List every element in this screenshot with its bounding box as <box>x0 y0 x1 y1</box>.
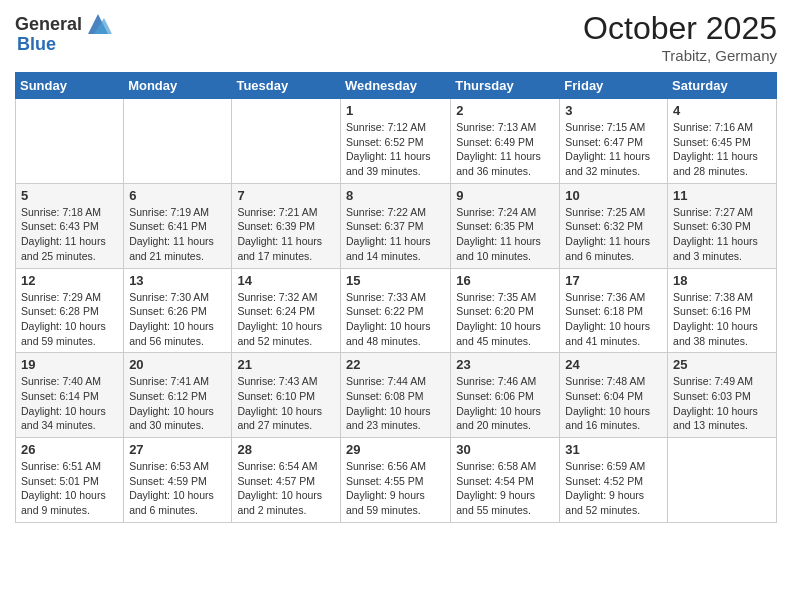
calendar-cell: 19Sunrise: 7:40 AMSunset: 6:14 PMDayligh… <box>16 353 124 438</box>
calendar-cell <box>16 99 124 184</box>
calendar-cell: 9Sunrise: 7:24 AMSunset: 6:35 PMDaylight… <box>451 183 560 268</box>
weekday-header-thursday: Thursday <box>451 73 560 99</box>
day-number: 10 <box>565 188 662 203</box>
calendar-cell: 22Sunrise: 7:44 AMSunset: 6:08 PMDayligh… <box>340 353 450 438</box>
day-info: Sunrise: 7:43 AMSunset: 6:10 PMDaylight:… <box>237 374 335 433</box>
calendar-week-row: 5Sunrise: 7:18 AMSunset: 6:43 PMDaylight… <box>16 183 777 268</box>
calendar-table: SundayMondayTuesdayWednesdayThursdayFrid… <box>15 72 777 523</box>
day-number: 23 <box>456 357 554 372</box>
day-info: Sunrise: 7:15 AMSunset: 6:47 PMDaylight:… <box>565 120 662 179</box>
calendar-cell: 25Sunrise: 7:49 AMSunset: 6:03 PMDayligh… <box>668 353 777 438</box>
day-info: Sunrise: 7:16 AMSunset: 6:45 PMDaylight:… <box>673 120 771 179</box>
calendar-cell: 23Sunrise: 7:46 AMSunset: 6:06 PMDayligh… <box>451 353 560 438</box>
day-info: Sunrise: 7:48 AMSunset: 6:04 PMDaylight:… <box>565 374 662 433</box>
calendar-cell: 28Sunrise: 6:54 AMSunset: 4:57 PMDayligh… <box>232 438 341 523</box>
weekday-header-saturday: Saturday <box>668 73 777 99</box>
day-info: Sunrise: 7:36 AMSunset: 6:18 PMDaylight:… <box>565 290 662 349</box>
day-number: 25 <box>673 357 771 372</box>
day-info: Sunrise: 7:41 AMSunset: 6:12 PMDaylight:… <box>129 374 226 433</box>
day-number: 2 <box>456 103 554 118</box>
calendar-cell: 5Sunrise: 7:18 AMSunset: 6:43 PMDaylight… <box>16 183 124 268</box>
calendar-cell <box>668 438 777 523</box>
day-info: Sunrise: 6:53 AMSunset: 4:59 PMDaylight:… <box>129 459 226 518</box>
calendar-cell: 20Sunrise: 7:41 AMSunset: 6:12 PMDayligh… <box>124 353 232 438</box>
day-number: 14 <box>237 273 335 288</box>
day-number: 3 <box>565 103 662 118</box>
day-number: 19 <box>21 357 118 372</box>
day-info: Sunrise: 7:44 AMSunset: 6:08 PMDaylight:… <box>346 374 445 433</box>
calendar-cell: 21Sunrise: 7:43 AMSunset: 6:10 PMDayligh… <box>232 353 341 438</box>
day-number: 13 <box>129 273 226 288</box>
day-info: Sunrise: 7:19 AMSunset: 6:41 PMDaylight:… <box>129 205 226 264</box>
logo-general: General <box>15 14 82 35</box>
day-info: Sunrise: 6:58 AMSunset: 4:54 PMDaylight:… <box>456 459 554 518</box>
day-number: 6 <box>129 188 226 203</box>
calendar-cell: 2Sunrise: 7:13 AMSunset: 6:49 PMDaylight… <box>451 99 560 184</box>
calendar-cell <box>232 99 341 184</box>
calendar-cell: 27Sunrise: 6:53 AMSunset: 4:59 PMDayligh… <box>124 438 232 523</box>
day-number: 9 <box>456 188 554 203</box>
day-number: 18 <box>673 273 771 288</box>
day-number: 17 <box>565 273 662 288</box>
day-number: 24 <box>565 357 662 372</box>
day-number: 4 <box>673 103 771 118</box>
day-info: Sunrise: 7:49 AMSunset: 6:03 PMDaylight:… <box>673 374 771 433</box>
day-number: 5 <box>21 188 118 203</box>
day-info: Sunrise: 6:54 AMSunset: 4:57 PMDaylight:… <box>237 459 335 518</box>
calendar-week-row: 12Sunrise: 7:29 AMSunset: 6:28 PMDayligh… <box>16 268 777 353</box>
day-number: 12 <box>21 273 118 288</box>
title-block: October 2025 Trabitz, Germany <box>583 10 777 64</box>
calendar-cell: 12Sunrise: 7:29 AMSunset: 6:28 PMDayligh… <box>16 268 124 353</box>
day-number: 22 <box>346 357 445 372</box>
logo-blue: Blue <box>17 34 56 55</box>
day-number: 16 <box>456 273 554 288</box>
calendar-cell: 1Sunrise: 7:12 AMSunset: 6:52 PMDaylight… <box>340 99 450 184</box>
calendar-cell: 14Sunrise: 7:32 AMSunset: 6:24 PMDayligh… <box>232 268 341 353</box>
calendar-cell <box>124 99 232 184</box>
day-info: Sunrise: 7:24 AMSunset: 6:35 PMDaylight:… <box>456 205 554 264</box>
day-info: Sunrise: 6:59 AMSunset: 4:52 PMDaylight:… <box>565 459 662 518</box>
month-title: October 2025 <box>583 10 777 47</box>
day-info: Sunrise: 7:30 AMSunset: 6:26 PMDaylight:… <box>129 290 226 349</box>
day-number: 28 <box>237 442 335 457</box>
weekday-header-monday: Monday <box>124 73 232 99</box>
day-info: Sunrise: 7:29 AMSunset: 6:28 PMDaylight:… <box>21 290 118 349</box>
day-info: Sunrise: 7:22 AMSunset: 6:37 PMDaylight:… <box>346 205 445 264</box>
location-title: Trabitz, Germany <box>583 47 777 64</box>
page-header: General Blue October 2025 Trabitz, Germa… <box>15 10 777 64</box>
weekday-header-tuesday: Tuesday <box>232 73 341 99</box>
day-number: 31 <box>565 442 662 457</box>
calendar-cell: 4Sunrise: 7:16 AMSunset: 6:45 PMDaylight… <box>668 99 777 184</box>
day-info: Sunrise: 7:25 AMSunset: 6:32 PMDaylight:… <box>565 205 662 264</box>
day-info: Sunrise: 7:46 AMSunset: 6:06 PMDaylight:… <box>456 374 554 433</box>
weekday-header-wednesday: Wednesday <box>340 73 450 99</box>
calendar-cell: 7Sunrise: 7:21 AMSunset: 6:39 PMDaylight… <box>232 183 341 268</box>
calendar-cell: 6Sunrise: 7:19 AMSunset: 6:41 PMDaylight… <box>124 183 232 268</box>
calendar-cell: 30Sunrise: 6:58 AMSunset: 4:54 PMDayligh… <box>451 438 560 523</box>
day-number: 21 <box>237 357 335 372</box>
calendar-week-row: 1Sunrise: 7:12 AMSunset: 6:52 PMDaylight… <box>16 99 777 184</box>
day-number: 11 <box>673 188 771 203</box>
day-number: 20 <box>129 357 226 372</box>
day-number: 15 <box>346 273 445 288</box>
day-info: Sunrise: 6:56 AMSunset: 4:55 PMDaylight:… <box>346 459 445 518</box>
day-number: 30 <box>456 442 554 457</box>
day-info: Sunrise: 7:13 AMSunset: 6:49 PMDaylight:… <box>456 120 554 179</box>
day-info: Sunrise: 7:40 AMSunset: 6:14 PMDaylight:… <box>21 374 118 433</box>
calendar-cell: 17Sunrise: 7:36 AMSunset: 6:18 PMDayligh… <box>560 268 668 353</box>
calendar-cell: 10Sunrise: 7:25 AMSunset: 6:32 PMDayligh… <box>560 183 668 268</box>
calendar-cell: 24Sunrise: 7:48 AMSunset: 6:04 PMDayligh… <box>560 353 668 438</box>
day-info: Sunrise: 7:38 AMSunset: 6:16 PMDaylight:… <box>673 290 771 349</box>
calendar-cell: 3Sunrise: 7:15 AMSunset: 6:47 PMDaylight… <box>560 99 668 184</box>
day-number: 1 <box>346 103 445 118</box>
calendar-cell: 29Sunrise: 6:56 AMSunset: 4:55 PMDayligh… <box>340 438 450 523</box>
day-info: Sunrise: 7:21 AMSunset: 6:39 PMDaylight:… <box>237 205 335 264</box>
calendar-cell: 18Sunrise: 7:38 AMSunset: 6:16 PMDayligh… <box>668 268 777 353</box>
day-info: Sunrise: 7:27 AMSunset: 6:30 PMDaylight:… <box>673 205 771 264</box>
calendar-week-row: 26Sunrise: 6:51 AMSunset: 5:01 PMDayligh… <box>16 438 777 523</box>
day-info: Sunrise: 6:51 AMSunset: 5:01 PMDaylight:… <box>21 459 118 518</box>
calendar-header-row: SundayMondayTuesdayWednesdayThursdayFrid… <box>16 73 777 99</box>
calendar-cell: 15Sunrise: 7:33 AMSunset: 6:22 PMDayligh… <box>340 268 450 353</box>
calendar-cell: 26Sunrise: 6:51 AMSunset: 5:01 PMDayligh… <box>16 438 124 523</box>
weekday-header-sunday: Sunday <box>16 73 124 99</box>
